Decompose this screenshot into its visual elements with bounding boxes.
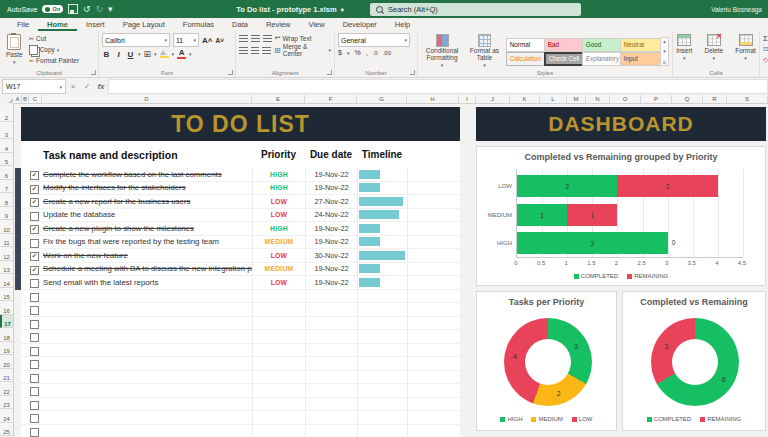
tab-file[interactable]: File — [8, 20, 38, 31]
shrink-font-icon[interactable]: A˅ — [215, 37, 224, 44]
fill-color-icon[interactable] — [160, 50, 169, 58]
cut-button[interactable]: ✂Cut — [29, 34, 79, 44]
undo-icon[interactable]: ↺ — [83, 5, 91, 14]
timeline-cell[interactable] — [357, 344, 407, 357]
task-name-cell[interactable] — [21, 425, 252, 437]
copy-button[interactable]: Copy▾ — [29, 45, 79, 55]
row-header-8[interactable]: 8 — [0, 193, 14, 207]
timeline-cell[interactable] — [357, 182, 407, 195]
priority-cell[interactable] — [252, 371, 305, 384]
gallery-up-icon[interactable]: ▴ — [663, 38, 666, 44]
task-checkbox[interactable] — [30, 414, 39, 423]
row-header-21[interactable]: 21 — [0, 369, 14, 383]
fill-button[interactable]: ⊡Fill — [763, 44, 768, 54]
timeline-cell[interactable] — [357, 222, 407, 235]
task-checkbox[interactable] — [30, 360, 39, 369]
column-header-O[interactable]: O — [610, 95, 641, 104]
task-row[interactable] — [21, 330, 460, 344]
due-date-cell[interactable] — [305, 425, 357, 437]
tab-home[interactable]: Home — [38, 20, 77, 31]
row-header-19[interactable]: 19 — [0, 342, 14, 356]
task-checkbox[interactable]: ✓ — [30, 266, 39, 275]
due-date-cell[interactable]: 19-Nov-22 — [305, 236, 357, 249]
spare-cell[interactable] — [407, 317, 460, 330]
style-chip-input[interactable]: Input — [620, 52, 661, 66]
task-row[interactable] — [21, 398, 460, 412]
chart-completed-by-priority[interactable]: Completed vs Remaining grouped by Priori… — [476, 146, 766, 286]
task-row[interactable]: ✓Schedule a meeting with BA to discuss t… — [21, 263, 460, 277]
timeline-cell[interactable] — [357, 384, 407, 397]
task-row[interactable] — [21, 357, 460, 371]
delete-cells-button[interactable]: Delete▾ — [701, 33, 726, 62]
spare-cell[interactable] — [407, 182, 460, 195]
column-header-I[interactable]: I — [459, 95, 476, 104]
task-name-cell[interactable]: Fix the bugs that were reported by the t… — [21, 236, 252, 249]
task-name-cell[interactable]: ✓Create a new report for the business us… — [21, 195, 252, 208]
row-header-25[interactable]: 25 — [0, 423, 14, 437]
user-name[interactable]: Valeriu Bosneaga — [711, 6, 762, 13]
task-row[interactable]: Fix the bugs that were reported by the t… — [21, 236, 460, 250]
task-row[interactable] — [21, 344, 460, 358]
autosave-toggle[interactable]: On — [42, 5, 63, 13]
currency-icon[interactable]: $ — [338, 49, 342, 56]
task-row[interactable] — [21, 290, 460, 304]
grow-font-icon[interactable]: A˄ — [202, 37, 212, 44]
row-header-4[interactable]: 4 — [0, 139, 14, 153]
spare-cell[interactable] — [407, 425, 460, 437]
column-header-N[interactable]: N — [586, 95, 610, 104]
spare-cell[interactable] — [407, 357, 460, 370]
name-box[interactable]: W17▾ — [2, 79, 66, 94]
priority-cell[interactable]: LOW — [252, 276, 305, 289]
row-header-7[interactable]: 7 — [0, 180, 14, 194]
borders-icon[interactable]: ⊞ — [144, 49, 152, 59]
spare-cell[interactable] — [407, 384, 460, 397]
row-header-9[interactable]: 9 — [0, 207, 14, 221]
priority-cell[interactable]: MEDIUM — [252, 236, 305, 249]
timeline-cell[interactable] — [357, 330, 407, 343]
spare-cell[interactable] — [407, 236, 460, 249]
task-checkbox[interactable] — [30, 387, 39, 396]
task-checkbox[interactable] — [30, 293, 39, 302]
column-header-A[interactable]: A — [14, 95, 22, 104]
task-name-cell[interactable]: ✓Create a new plugin to show the milesto… — [21, 222, 252, 235]
priority-cell[interactable] — [252, 344, 305, 357]
clipboard-dialog-launcher-icon[interactable] — [91, 70, 96, 75]
timeline-cell[interactable] — [357, 168, 407, 181]
spare-cell[interactable] — [407, 276, 460, 289]
task-row[interactable] — [21, 384, 460, 398]
font-size-select[interactable]: 11▾ — [173, 33, 199, 47]
clear-button[interactable]: ◇Clear — [763, 55, 768, 65]
task-checkbox[interactable] — [30, 306, 39, 315]
due-date-cell[interactable]: 27-Nov-22 — [305, 195, 357, 208]
number-format-select[interactable]: General▾ — [338, 33, 410, 47]
style-chip-check-cell[interactable]: Check Cell — [544, 52, 585, 66]
priority-cell[interactable]: LOW — [252, 249, 305, 262]
row-header-13[interactable]: 13 — [0, 261, 14, 275]
tab-help[interactable]: Help — [386, 20, 419, 31]
tab-formulas[interactable]: Formulas — [174, 20, 223, 31]
tab-page-layout[interactable]: Page Layout — [114, 20, 174, 31]
column-header-M[interactable]: M — [567, 95, 586, 104]
row-header-23[interactable]: 23 — [0, 396, 14, 410]
priority-cell[interactable] — [252, 290, 305, 303]
due-date-cell[interactable]: 30-Nov-22 — [305, 249, 357, 262]
task-name-cell[interactable] — [21, 317, 252, 330]
task-checkbox[interactable]: ✓ — [30, 185, 39, 194]
timeline-cell[interactable] — [357, 209, 407, 222]
due-date-cell[interactable]: 19-Nov-22 — [305, 263, 357, 276]
priority-cell[interactable]: HIGH — [252, 168, 305, 181]
search-box[interactable]: Search (Alt+Q) — [370, 3, 581, 16]
tab-developer[interactable]: Developer — [334, 20, 386, 31]
timeline-cell[interactable] — [357, 249, 407, 262]
row-header-17[interactable]: 17 — [0, 315, 14, 329]
task-checkbox[interactable] — [30, 320, 39, 329]
align-top-icon[interactable] — [239, 35, 248, 42]
align-bottom-icon[interactable] — [263, 35, 272, 42]
task-name-cell[interactable]: Update the database — [21, 209, 252, 222]
row-header-20[interactable]: 20 — [0, 355, 14, 369]
align-left-icon[interactable] — [239, 47, 248, 54]
task-name-cell[interactable] — [21, 357, 252, 370]
row-header-22[interactable]: 22 — [0, 382, 14, 396]
due-date-cell[interactable] — [305, 317, 357, 330]
row-header-15[interactable]: 15 — [0, 288, 14, 302]
